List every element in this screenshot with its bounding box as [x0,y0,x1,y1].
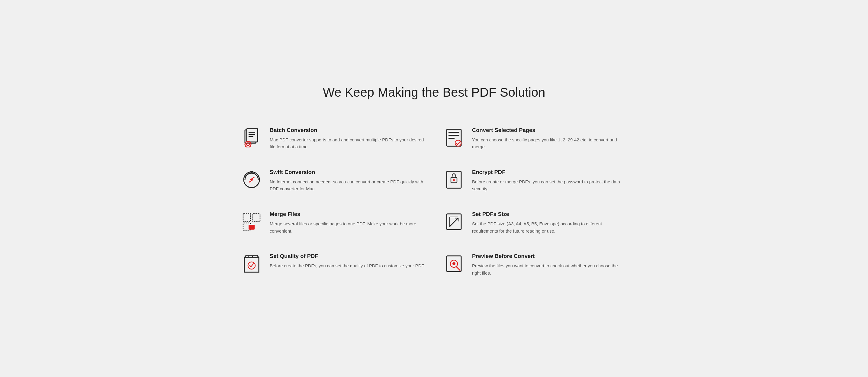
convert-selected-pages-icon [443,127,465,149]
feature-content-swift-conversion: Swift ConversionNo Internet connection n… [270,169,425,193]
feature-title-convert-selected-pages: Convert Selected Pages [472,127,627,133]
feature-item-encrypt-pdf: Encrypt PDFBefore create or merge PDFs, … [443,160,627,202]
svg-rect-18 [253,213,260,222]
feature-item-batch-conversion: Batch ConversionMac PDF converter suppor… [241,118,425,160]
feature-content-merge-files: Merge FilesMerge several files or specif… [270,211,425,235]
feature-item-merge-files: Merge FilesMerge several files or specif… [241,202,425,244]
page-title: We Keep Making the Best PDF Solution [241,85,627,100]
feature-content-convert-selected-pages: Convert Selected PagesYou can choose the… [472,127,627,151]
feature-title-swift-conversion: Swift Conversion [270,169,425,176]
svg-rect-8 [448,135,459,136]
feature-title-encrypt-pdf: Encrypt PDF [472,169,627,176]
feature-title-set-pdfs-size: Set PDFs Size [472,211,627,218]
feature-desc-convert-selected-pages: You can choose the specific pages you li… [472,136,627,151]
preview-before-convert-icon [443,253,465,275]
features-grid: Batch ConversionMac PDF converter suppor… [241,118,627,286]
page-wrapper: We Keep Making the Best PDF Solution Bat… [217,67,651,310]
feature-item-set-quality: Set Quality of PDFBefore create the PDFs… [241,244,425,286]
feature-content-set-quality: Set Quality of PDFBefore create the PDFs… [270,253,425,270]
encrypt-pdf-icon [443,169,465,191]
svg-point-15 [453,179,455,181]
feature-title-batch-conversion: Batch Conversion [270,127,425,133]
feature-item-swift-conversion: Swift ConversionNo Internet connection n… [241,160,425,202]
feature-desc-batch-conversion: Mac PDF converter supports to add and co… [270,136,425,151]
feature-title-set-quality: Set Quality of PDF [270,253,425,259]
feature-item-set-pdfs-size: Set PDFs SizeSet the PDF size (A3, A4, A… [443,202,627,244]
batch-conversion-icon [241,127,262,149]
svg-rect-9 [448,138,455,139]
svg-rect-1 [247,129,258,142]
svg-rect-7 [448,132,459,133]
feature-content-encrypt-pdf: Encrypt PDFBefore create or merge PDFs, … [472,169,627,193]
set-pdfs-size-icon [443,211,465,232]
svg-line-27 [456,267,460,270]
merge-files-icon [241,211,262,232]
feature-item-preview-before-convert: Preview Before ConvertPreview the files … [443,244,627,286]
feature-desc-set-quality: Before create the PDFs, you can set the … [270,262,425,270]
set-quality-icon [241,253,262,275]
feature-desc-encrypt-pdf: Before create or merge PDFs, you can set… [472,179,627,193]
feature-desc-set-pdfs-size: Set the PDF size (A3, A4, A5, B5, Envelo… [472,221,627,235]
feature-desc-merge-files: Merge several files or specific pages to… [270,221,425,235]
feature-content-set-pdfs-size: Set PDFs SizeSet the PDF size (A3, A4, A… [472,211,627,235]
svg-point-26 [453,262,456,265]
svg-rect-19 [249,225,255,229]
feature-title-merge-files: Merge Files [270,211,425,218]
feature-item-convert-selected-pages: Convert Selected PagesYou can choose the… [443,118,627,160]
feature-desc-preview-before-convert: Preview the files you want to convert to… [472,262,627,277]
svg-rect-20 [447,214,461,229]
svg-rect-16 [243,213,250,222]
feature-title-preview-before-convert: Preview Before Convert [472,253,627,259]
feature-content-batch-conversion: Batch ConversionMac PDF converter suppor… [270,127,425,151]
swift-conversion-icon [241,169,262,191]
feature-desc-swift-conversion: No Internet connection needed, so you ca… [270,179,425,193]
feature-content-preview-before-convert: Preview Before ConvertPreview the files … [472,253,627,277]
